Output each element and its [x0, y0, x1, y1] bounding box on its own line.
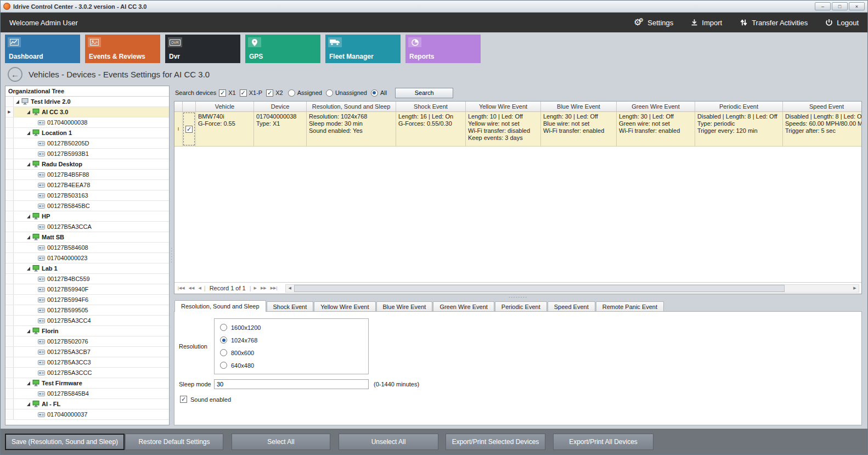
sleep-mode-input[interactable] — [214, 379, 369, 389]
column-header-periodic-event[interactable]: Periodic Event — [695, 102, 783, 111]
tile-reports[interactable]: Reports — [405, 35, 481, 63]
resolution-option-1600x1200[interactable]: 1600x1200 — [220, 324, 363, 331]
expander-icon[interactable] — [27, 329, 30, 333]
tree-item-florin[interactable]: Florin — [5, 326, 169, 336]
tree-item-00127b599505[interactable]: 00127B599505 — [5, 305, 169, 316]
column-header-resolution-sound-and-sleep[interactable]: Resolution, Sound and Sleep — [307, 102, 396, 111]
expander-icon[interactable] — [27, 131, 30, 135]
search-button[interactable]: Search — [395, 88, 453, 98]
grid-cell-speed-event[interactable]: Disabled | Length: 8 | Led: OffSpeeds: 6… — [783, 112, 862, 147]
topbar-settings-button[interactable]: ⚙⚙Settings — [634, 18, 673, 27]
column-header-vehicle[interactable]: Vehicle — [196, 102, 254, 111]
scroll-left-icon[interactable]: ◀ — [286, 286, 294, 290]
footer-export-print-all-devices-button[interactable]: Export/Print All Devices — [553, 434, 653, 450]
close-button[interactable]: × — [849, 2, 865, 10]
tree-item-00127b503163[interactable]: 00127B503163 — [5, 190, 169, 201]
horizontal-splitter[interactable]: ········ — [174, 294, 862, 300]
tree-item-hp[interactable]: HP — [5, 211, 169, 222]
next-record-button[interactable]: ▶ — [253, 286, 258, 290]
scrollbar-thumb[interactable] — [294, 285, 785, 292]
filter-checkbox-x1-p[interactable]: ✓X1-P — [240, 89, 262, 97]
sound-enabled-option[interactable]: ✓ Sound enabled — [179, 396, 861, 403]
sound-enabled-checkbox[interactable]: ✓ — [180, 396, 187, 403]
tree-item-test-firmware[interactable]: Test Firmware — [5, 378, 169, 389]
tree-item-017040000023[interactable]: 017040000023 — [5, 253, 169, 263]
back-button[interactable]: ← — [8, 67, 22, 82]
column-header-speed-event[interactable]: Speed Event — [783, 102, 862, 111]
tree-item-radu-desktop[interactable]: Radu Desktop — [5, 159, 169, 170]
tab-green-wire-event[interactable]: Green Wire Event — [433, 301, 494, 312]
filter-radio-all[interactable]: All — [371, 89, 387, 97]
tree-item-00127b5a3ccc[interactable]: 00127B5A3CCC — [5, 368, 169, 378]
grid-cell-vehicle[interactable]: BMW740iG-Force: 0.55 — [196, 112, 254, 147]
last-record-button[interactable]: ▶▶| — [269, 286, 279, 290]
filter-radio-unassigned[interactable]: Unassigned — [326, 89, 367, 97]
first-record-button[interactable]: |◀◀ — [177, 286, 186, 290]
tab-periodic-event[interactable]: Periodic Event — [495, 301, 547, 312]
footer-restore-default-settings-button[interactable]: Restore Default Settings — [125, 434, 223, 450]
grid-cell-shock-event[interactable]: Length: 16 | Led: OnG-Forces: 0.55/0.30 — [396, 112, 466, 147]
tab-speed-event[interactable]: Speed Event — [548, 301, 595, 312]
tab-blue-wire-event[interactable]: Blue Wire Event — [376, 301, 433, 312]
tree-item-00127b5a3cca[interactable]: 00127B5A3CCA — [5, 222, 169, 232]
column-header-shock-event[interactable]: Shock Event — [396, 102, 466, 111]
tile-events-reviews[interactable]: Events & Reviews — [85, 35, 160, 63]
tab-yellow-wire-event[interactable]: Yellow Wire Event — [314, 301, 375, 312]
expander-icon[interactable] — [16, 100, 19, 104]
tile-fleet-manager[interactable]: Fleet Manager — [325, 35, 401, 63]
filter-radio-assigned[interactable]: Assigned — [288, 89, 322, 97]
grid-cell-blue-wire-event[interactable]: Length: 30 | Led: OffBlue wire: not setW… — [541, 112, 617, 147]
horizontal-scrollbar[interactable]: ◀ ▶ — [285, 284, 859, 293]
tree-item-00127b5994f6[interactable]: 00127B5994F6 — [5, 295, 169, 305]
tile-dashboard[interactable]: Dashboard — [5, 35, 80, 63]
tree-item-lab-1[interactable]: Lab 1 — [5, 263, 169, 274]
tree-item-00127b5a3cb7[interactable]: 00127B5A3CB7 — [5, 347, 169, 357]
tab-resolution-sound-and-sleep[interactable]: Resolution, Sound and Sleep — [174, 300, 266, 312]
expander-icon[interactable] — [27, 381, 30, 385]
tab-shock-event[interactable]: Shock Event — [267, 301, 314, 312]
grid-cell-resolution-sound-and-sleep[interactable]: Resolution: 1024x768Sleep mode: 30 minSo… — [307, 112, 396, 147]
tree-item-00127b584608[interactable]: 00127B584608 — [5, 243, 169, 253]
grid-cell-periodic-event[interactable]: Disabled | Length: 8 | Led: OffType: per… — [695, 112, 783, 147]
row-select-cell[interactable]: ✓ — [183, 112, 196, 147]
tree-item-ai-fl[interactable]: AI - FL — [5, 399, 169, 409]
expander-icon[interactable] — [27, 267, 30, 271]
filter-checkbox-x2[interactable]: ✓X2 — [266, 89, 283, 97]
resolution-option-800x600[interactable]: 800x600 — [220, 349, 363, 356]
tree-item-017040000038[interactable]: 017040000038 — [5, 117, 169, 128]
tree-item-ai-cc-3-0[interactable]: ▶AI CC 3.0 — [5, 107, 169, 117]
topbar-import-button[interactable]: Import — [691, 19, 722, 27]
tree-item-00127b502076[interactable]: 00127B502076 — [5, 336, 169, 347]
tree-item-00127b5845b4[interactable]: 00127B5845B4 — [5, 389, 169, 399]
column-header-yellow-wire-event[interactable]: Yellow Wire Event — [466, 102, 541, 111]
device-row[interactable]: I✓BMW740iG-Force: 0.55017040000038Type: … — [174, 112, 861, 147]
tree-item-00127b59940f[interactable]: 00127B59940F — [5, 284, 169, 295]
next-page-button[interactable]: ▶▶ — [260, 286, 268, 290]
filter-checkbox-x1[interactable]: ✓X1 — [219, 89, 235, 97]
prev-record-button[interactable]: ◀ — [197, 286, 202, 290]
minimize-button[interactable]: – — [815, 2, 831, 10]
tree-item-00127b50205d[interactable]: 00127B50205D — [5, 138, 169, 149]
tile-gps[interactable]: GPS — [245, 35, 320, 63]
topbar-transfer-activities-button[interactable]: Transfer Activities — [740, 19, 808, 27]
vertical-splitter[interactable]: ······ — [170, 86, 174, 425]
tree-item-017040000037[interactable]: 017040000037 — [5, 409, 169, 420]
maximize-button[interactable]: □ — [832, 2, 848, 10]
column-header-device[interactable]: Device — [254, 102, 307, 111]
grid-cell-device[interactable]: 017040000038Type: X1 — [254, 112, 307, 147]
tree-item-00127b5845bc[interactable]: 00127B5845BC — [5, 201, 169, 211]
column-header-blue-wire-event[interactable]: Blue Wire Event — [541, 102, 617, 111]
scroll-right-icon[interactable]: ▶ — [851, 286, 859, 290]
resolution-option-1024x768[interactable]: 1024x768 — [220, 336, 363, 344]
column-header-green-wire-event[interactable]: Green Wire Event — [617, 102, 695, 111]
footer-export-print-selected-devices-button[interactable]: Export/Print Selected Devices — [446, 434, 545, 450]
footer-select-all-button[interactable]: Select All — [232, 434, 330, 450]
tree-item-00127b4eea78[interactable]: 00127B4EEA78 — [5, 180, 169, 190]
footer-save-resolution-sound-and-sleep-button[interactable]: Save (Resolution, Sound and Sleep) — [5, 434, 125, 450]
expander-icon[interactable] — [27, 235, 30, 239]
tile-dvr[interactable]: DVRDvr — [165, 35, 240, 63]
expander-icon[interactable] — [27, 162, 30, 166]
grid-cell-yellow-wire-event[interactable]: Length: 10 | Led: OffYellow wire: not se… — [466, 112, 541, 147]
resolution-option-640x480[interactable]: 640x480 — [220, 362, 363, 369]
row-checkbox[interactable]: ✓ — [185, 126, 193, 133]
